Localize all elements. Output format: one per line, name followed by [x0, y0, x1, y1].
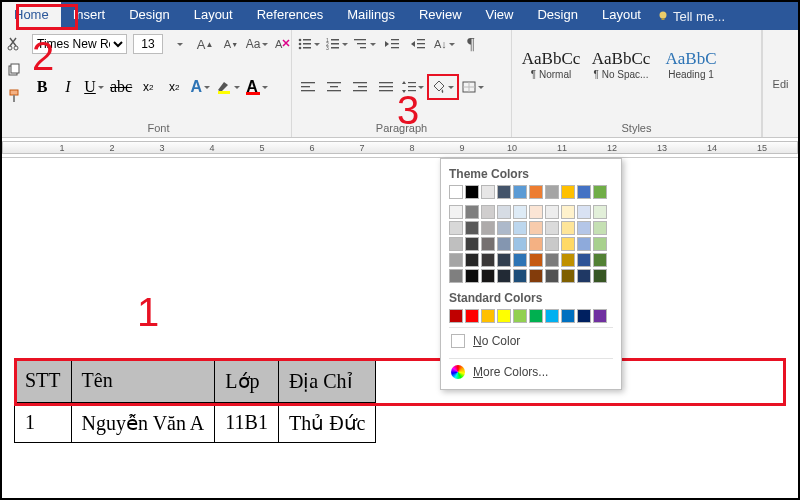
color-swatch[interactable] — [593, 253, 607, 267]
color-swatch[interactable] — [481, 309, 495, 323]
color-swatch[interactable] — [577, 205, 591, 219]
copy-icon[interactable] — [4, 60, 24, 80]
tab-references[interactable]: References — [245, 2, 335, 30]
style-card-2[interactable]: AaBbCHeading 1 — [658, 34, 724, 94]
more-colors-item[interactable]: More Colors... — [449, 358, 613, 385]
tab-layout[interactable]: Layout — [182, 2, 245, 30]
color-swatch[interactable] — [577, 253, 591, 267]
shading-button[interactable] — [430, 77, 456, 97]
text-effects-icon[interactable]: A — [190, 77, 210, 97]
color-swatch[interactable] — [577, 185, 591, 199]
color-swatch[interactable] — [545, 253, 559, 267]
color-swatch[interactable] — [561, 237, 575, 251]
color-swatch[interactable] — [545, 309, 559, 323]
color-swatch[interactable] — [593, 309, 607, 323]
color-swatch[interactable] — [497, 205, 511, 219]
no-color-item[interactable]: No Color — [449, 327, 613, 354]
tab-review[interactable]: Review — [407, 2, 474, 30]
color-swatch[interactable] — [545, 205, 559, 219]
color-swatch[interactable] — [545, 221, 559, 235]
color-swatch[interactable] — [529, 205, 543, 219]
document-table[interactable]: STTTênLớpĐịa Chỉ 1Nguyễn Văn A11B1Thủ Đứ… — [14, 358, 376, 443]
tab-design[interactable]: Design — [117, 2, 181, 30]
color-swatch[interactable] — [481, 221, 495, 235]
bold-button[interactable]: B — [32, 77, 52, 97]
color-swatch[interactable] — [513, 269, 527, 283]
increase-indent-icon[interactable] — [408, 34, 428, 54]
color-swatch[interactable] — [529, 185, 543, 199]
tab-insert[interactable]: Insert — [61, 2, 118, 30]
color-swatch[interactable] — [593, 221, 607, 235]
color-swatch[interactable] — [577, 221, 591, 235]
color-swatch[interactable] — [481, 205, 495, 219]
color-swatch[interactable] — [577, 237, 591, 251]
color-swatch[interactable] — [545, 237, 559, 251]
align-center-icon[interactable] — [324, 77, 344, 97]
color-swatch[interactable] — [465, 221, 479, 235]
color-swatch[interactable] — [513, 205, 527, 219]
tab-mailings[interactable]: Mailings — [335, 2, 407, 30]
color-swatch[interactable] — [561, 309, 575, 323]
color-swatch[interactable] — [465, 253, 479, 267]
table-cell[interactable]: 1 — [15, 403, 72, 443]
color-swatch[interactable] — [593, 237, 607, 251]
cut-icon[interactable] — [4, 34, 24, 54]
color-swatch[interactable] — [497, 185, 511, 199]
align-right-icon[interactable] — [350, 77, 370, 97]
shrink-font-icon[interactable]: A▼ — [221, 34, 241, 54]
align-left-icon[interactable] — [298, 77, 318, 97]
color-swatch[interactable] — [529, 309, 543, 323]
color-swatch[interactable] — [593, 205, 607, 219]
color-swatch[interactable] — [465, 205, 479, 219]
color-swatch[interactable] — [449, 221, 463, 235]
sort-icon[interactable]: A↓ — [434, 34, 455, 54]
table-row[interactable]: 1Nguyễn Văn A11B1Thủ Đức — [15, 403, 376, 443]
font-size-input[interactable] — [133, 34, 163, 54]
color-swatch[interactable] — [545, 185, 559, 199]
color-swatch[interactable] — [449, 237, 463, 251]
font-color-icon[interactable]: A — [246, 77, 268, 97]
style-card-1[interactable]: AaBbCc¶ No Spac... — [588, 34, 654, 94]
color-swatch[interactable] — [481, 253, 495, 267]
justify-icon[interactable] — [376, 77, 396, 97]
font-size-dropdown[interactable] — [169, 34, 189, 54]
style-card-0[interactable]: AaBbCc¶ Normal — [518, 34, 584, 94]
bullets-icon[interactable] — [298, 34, 320, 54]
color-swatch[interactable] — [513, 237, 527, 251]
color-swatch[interactable] — [465, 309, 479, 323]
clear-format-icon[interactable]: A — [273, 34, 293, 54]
color-swatch[interactable] — [561, 269, 575, 283]
color-swatch[interactable] — [561, 185, 575, 199]
table-header[interactable]: Tên — [71, 359, 215, 403]
decrease-indent-icon[interactable] — [382, 34, 402, 54]
grow-font-icon[interactable]: A▲ — [195, 34, 215, 54]
numbering-icon[interactable]: 123 — [326, 34, 348, 54]
table-header[interactable]: Địa Chỉ — [278, 359, 376, 403]
tab-layout[interactable]: Layout — [590, 2, 653, 30]
color-swatch[interactable] — [449, 205, 463, 219]
color-swatch[interactable] — [497, 221, 511, 235]
italic-button[interactable]: I — [58, 77, 78, 97]
tab-home[interactable]: Home — [2, 2, 61, 30]
color-swatch[interactable] — [593, 185, 607, 199]
color-swatch[interactable] — [465, 237, 479, 251]
color-swatch[interactable] — [449, 309, 463, 323]
highlight-icon[interactable] — [216, 77, 240, 97]
table-header[interactable]: Lớp — [215, 359, 279, 403]
color-swatch[interactable] — [513, 221, 527, 235]
color-swatch[interactable] — [577, 309, 591, 323]
color-swatch[interactable] — [561, 205, 575, 219]
color-swatch[interactable] — [449, 185, 463, 199]
table-cell[interactable]: Nguyễn Văn A — [71, 403, 215, 443]
color-swatch[interactable] — [481, 269, 495, 283]
table-header[interactable]: STT — [15, 359, 72, 403]
color-swatch[interactable] — [561, 221, 575, 235]
color-swatch[interactable] — [497, 269, 511, 283]
color-swatch[interactable] — [465, 185, 479, 199]
color-swatch[interactable] — [545, 269, 559, 283]
color-swatch[interactable] — [497, 253, 511, 267]
tell-me[interactable]: Tell me... — [657, 2, 725, 30]
color-swatch[interactable] — [513, 309, 527, 323]
color-swatch[interactable] — [449, 253, 463, 267]
color-swatch[interactable] — [481, 237, 495, 251]
